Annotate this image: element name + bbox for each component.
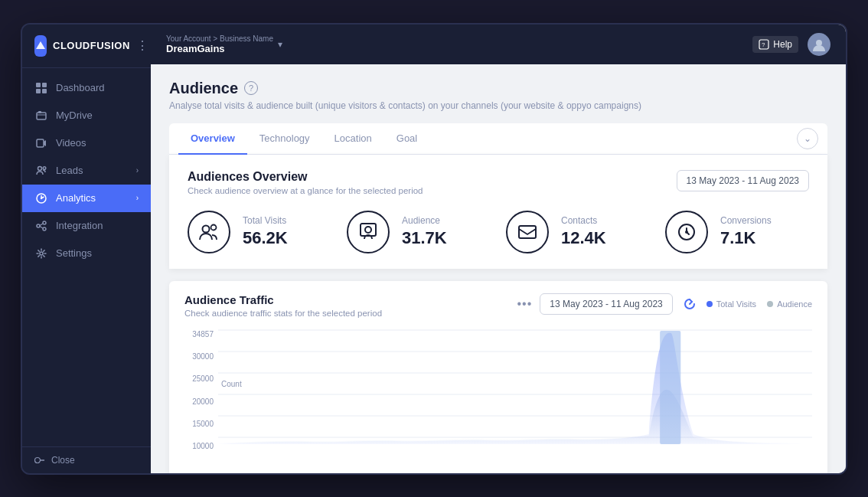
svg-rect-4: [37, 113, 46, 119]
y-label-10000: 10000: [192, 442, 214, 450]
legend-total-visits: Total Visits: [706, 299, 756, 309]
chart-wrapper: Count: [218, 327, 812, 465]
sidebar-item-dashboard[interactable]: Dashboard: [22, 74, 151, 102]
legend-audience-dot: [767, 301, 773, 307]
account-name: DreamGains: [166, 43, 273, 54]
svg-point-25: [365, 227, 371, 233]
account-parent-label: Your Account > Business Name: [166, 34, 273, 43]
conversions-value: 7.1K: [720, 228, 772, 248]
tab-goal[interactable]: Goal: [384, 123, 429, 155]
overview-header: Audiences Overview Check audience overvi…: [188, 170, 809, 195]
tab-technology[interactable]: Technology: [247, 123, 322, 155]
svg-rect-0: [36, 83, 41, 87]
y-label-34857: 34857: [192, 330, 214, 338]
page-title: Audience: [169, 80, 238, 97]
help-button[interactable]: ? Help: [752, 36, 798, 53]
svg-line-15: [40, 226, 43, 228]
stat-audience: Audience 31.7K: [347, 211, 491, 253]
sidebar-menu-icon[interactable]: ⋮: [136, 38, 148, 53]
traffic-more-button[interactable]: •••: [517, 297, 532, 311]
tab-overview[interactable]: Overview: [178, 123, 247, 155]
page-help-icon[interactable]: ?: [244, 81, 258, 95]
chevron-down-icon: ⌄: [804, 133, 811, 144]
app-container: CLOUDFUSION ⋮ Dashboard: [21, 23, 847, 475]
videos-icon: [34, 136, 48, 150]
overview-subtitle: Check audience overview at a glance for …: [188, 186, 423, 195]
svg-point-28: [685, 231, 688, 234]
leads-label: Leads: [56, 165, 83, 176]
svg-rect-2: [36, 89, 41, 93]
svg-rect-24: [361, 224, 376, 236]
sidebar-item-integration[interactable]: Integration: [22, 212, 151, 240]
svg-point-8: [43, 166, 46, 169]
spike-bar: [660, 331, 680, 444]
videos-label: Videos: [56, 137, 86, 149]
overview-title: Audiences Overview: [188, 170, 423, 184]
sidebar-item-analytics[interactable]: Analytics ›: [22, 185, 151, 212]
topbar-right: ? Help: [752, 33, 830, 56]
legend-total-visits-label: Total Visits: [716, 299, 756, 309]
sidebar-item-leads[interactable]: Leads ›: [22, 157, 151, 185]
conversions-info: Conversions 7.1K: [720, 215, 772, 248]
stat-conversions: Conversions 7.1K: [665, 211, 809, 253]
sidebar-item-settings[interactable]: Settings: [22, 240, 151, 267]
settings-label: Settings: [56, 247, 92, 259]
traffic-subtitle: Check audience traffic stats for the sel…: [184, 309, 382, 318]
svg-rect-5: [38, 111, 41, 113]
stats-row: Total Visits 56.2K: [188, 211, 809, 253]
logo-icon: [34, 35, 47, 57]
topbar: Your Account > Business Name DreamGains …: [151, 25, 846, 64]
overview-title-block: Audiences Overview Check audience overvi…: [188, 170, 423, 195]
contacts-label: Contacts: [561, 215, 606, 226]
visits-area: [218, 332, 812, 443]
traffic-section: Audience Traffic Check audience traffic …: [169, 281, 827, 473]
sidebar-item-mydrive[interactable]: MyDrive: [22, 102, 151, 129]
overview-card: Audiences Overview Check audience overvi…: [169, 155, 827, 269]
svg-point-21: [816, 40, 822, 46]
legend-total-visits-dot: [706, 301, 713, 307]
account-chevron-icon: ▾: [278, 39, 282, 50]
audience-info: Audience 31.7K: [402, 215, 447, 248]
total-visits-info: Total Visits 56.2K: [243, 215, 288, 248]
sidebar-item-videos[interactable]: Videos: [22, 129, 151, 157]
tabs-expand-button[interactable]: ⌄: [797, 128, 818, 149]
analytics-icon: [34, 191, 48, 205]
traffic-date-range-button[interactable]: 13 May 2023 - 11 Aug 2023: [540, 293, 672, 315]
svg-rect-26: [519, 226, 536, 238]
mydrive-label: MyDrive: [56, 110, 93, 121]
y-axis-title: Count: [221, 380, 242, 388]
legend-audience-label: Audience: [777, 299, 812, 309]
close-button[interactable]: Close: [34, 455, 139, 466]
sidebar-nav: Dashboard MyDrive: [22, 68, 151, 446]
audience-icon: [347, 211, 390, 253]
contacts-value: 12.4K: [561, 228, 606, 248]
chart-area: 34857 30000 25000 20000 15000 10000: [184, 327, 812, 465]
dashboard-label: Dashboard: [56, 82, 105, 93]
tab-location[interactable]: Location: [322, 123, 384, 155]
conversions-icon: [665, 211, 708, 253]
svg-text:?: ?: [762, 41, 765, 48]
y-label-15000: 15000: [192, 420, 214, 428]
y-label-25000: 25000: [192, 374, 214, 383]
total-visits-label: Total Visits: [243, 215, 288, 226]
audience-value: 31.7K: [402, 228, 447, 248]
integration-icon: [34, 219, 48, 233]
settings-icon: [34, 247, 48, 260]
audience-area: [218, 389, 812, 443]
svg-point-7: [38, 166, 42, 170]
leads-icon: [34, 164, 48, 178]
account-selector[interactable]: Your Account > Business Name DreamGains …: [166, 34, 282, 54]
svg-point-11: [37, 224, 40, 227]
conversions-label: Conversions: [720, 215, 772, 226]
refresh-button[interactable]: [680, 295, 699, 313]
sidebar: CLOUDFUSION ⋮ Dashboard: [22, 25, 151, 473]
overview-date-range-button[interactable]: 13 May 2023 - 11 Aug 2023: [677, 170, 809, 191]
stat-contacts: Contacts 12.4K: [506, 211, 650, 253]
chart-svg: [218, 327, 812, 450]
audience-label: Audience: [402, 215, 447, 226]
user-avatar[interactable]: [808, 33, 830, 56]
svg-point-17: [35, 457, 41, 463]
svg-rect-6: [37, 139, 44, 147]
svg-point-23: [211, 224, 217, 230]
svg-point-16: [40, 252, 43, 255]
